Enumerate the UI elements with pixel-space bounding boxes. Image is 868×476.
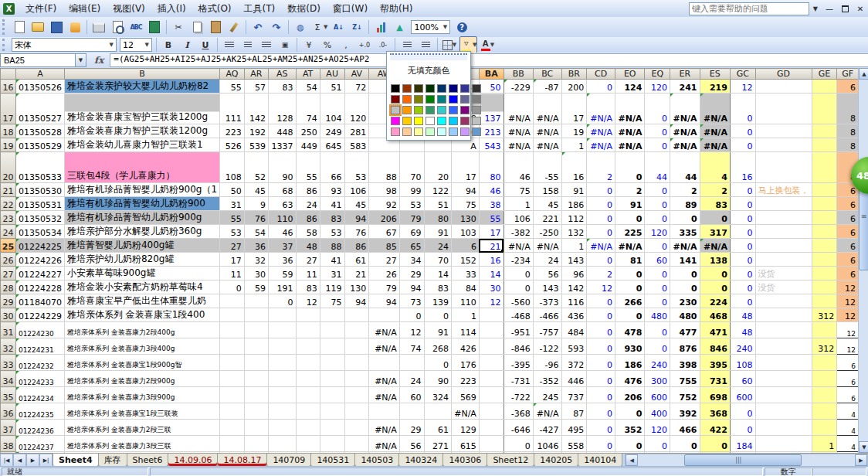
row-header-18[interactable]: 18 <box>1 124 16 138</box>
row-header-29[interactable]: 29 <box>1 294 16 308</box>
cell-AW25[interactable]: 85 <box>369 239 400 253</box>
menu-item-3[interactable]: 插入(I) <box>151 1 192 17</box>
cell-B25[interactable]: 雅培菁智婴儿奶粉400g罐 <box>64 239 219 253</box>
cell-BB17[interactable]: #N/A <box>504 94 533 124</box>
cell-ES35[interactable]: 698 <box>700 387 730 403</box>
sheet-tab-14.08.17[interactable]: 14.08.17 <box>217 454 267 467</box>
cell-AV22[interactable]: 45 <box>344 197 369 211</box>
cell-CD16[interactable]: 0 <box>587 80 615 94</box>
cell-AQ17[interactable]: 111 <box>220 94 245 124</box>
cell-AS34[interactable] <box>269 371 296 387</box>
cell-AU32[interactable] <box>320 338 344 355</box>
cell-GF28[interactable]: 12 <box>837 280 859 294</box>
cell-GD31[interactable] <box>755 322 812 338</box>
cell-EO20[interactable]: 0 <box>615 152 644 183</box>
cell-GC31[interactable]: 48 <box>730 322 755 338</box>
cell-AZ30[interactable]: 1 <box>452 308 480 322</box>
cell-AU31[interactable] <box>320 322 344 338</box>
help-dropdown-icon[interactable]: ▼ <box>809 5 822 12</box>
cell-A28[interactable]: 01224228 <box>15 280 64 294</box>
cell-AS22[interactable]: 63 <box>269 197 296 211</box>
cell-BB16[interactable]: -229 <box>504 80 533 94</box>
cell-EO28[interactable]: 0 <box>615 280 644 294</box>
cell-AS20[interactable]: 90 <box>269 152 296 183</box>
menu-item-7[interactable]: 窗口(W) <box>327 1 374 17</box>
column-header-ER[interactable]: ER <box>670 69 700 80</box>
cell-GE22[interactable] <box>812 197 837 211</box>
cell-B31[interactable]: 雅培亲体系列 金装喜康力2段400g <box>64 322 219 338</box>
cell-GD25[interactable] <box>755 239 812 253</box>
font-name-combobox[interactable]: 宋体 ▼ <box>12 38 117 52</box>
cell-ER31[interactable]: 477 <box>670 322 700 338</box>
cell-ES29[interactable]: 224 <box>700 294 730 308</box>
cell-ES36[interactable]: 368 <box>700 403 730 420</box>
cell-AZ36[interactable]: #N/A <box>452 403 480 420</box>
cell-BA23[interactable]: 55 <box>479 211 504 225</box>
cell-B20[interactable]: 三联包4段（学儿喜康力） <box>64 152 219 183</box>
cell-AT35[interactable] <box>296 387 320 403</box>
cell-CD34[interactable]: 0 <box>587 371 615 387</box>
cell-ER23[interactable]: 0 <box>670 211 700 225</box>
cell-BA16[interactable]: 50 <box>479 80 504 94</box>
cell-EO27[interactable]: 0 <box>615 267 644 280</box>
cell-AW20[interactable]: 88 <box>369 152 400 183</box>
dropdown-tearoff-handle[interactable] <box>390 53 467 60</box>
cell-BR19[interactable]: 1 <box>561 138 587 152</box>
horizontal-scrollbar[interactable]: ◀ ▶ <box>625 454 868 467</box>
cell-GE33[interactable] <box>812 355 837 371</box>
cell-A36[interactable]: 01224235 <box>15 403 64 420</box>
cell-AZ28[interactable]: 84 <box>452 280 480 294</box>
cell-BR21[interactable]: 91 <box>561 183 587 197</box>
cell-BR16[interactable]: 200 <box>561 80 587 94</box>
cell-BB33[interactable]: -395 <box>504 355 533 371</box>
research-button[interactable] <box>146 19 163 36</box>
column-header-A[interactable]: A <box>15 69 64 80</box>
cell-AU19[interactable]: 645 <box>320 138 344 152</box>
cell-BB32[interactable]: -846 <box>504 338 533 355</box>
row-header-30[interactable]: 30 <box>1 308 16 322</box>
cell-AZ31[interactable]: 114 <box>452 322 480 338</box>
cell-EQ25[interactable]: 0 <box>645 239 670 253</box>
cell-BR37[interactable]: 495 <box>561 420 587 436</box>
cell-AY23[interactable]: 80 <box>424 211 451 225</box>
cell-AU24[interactable]: 53 <box>320 225 344 239</box>
cell-EO24[interactable]: 225 <box>615 225 644 239</box>
row-header-27[interactable]: 27 <box>1 267 16 280</box>
cell-AX28[interactable]: 94 <box>399 280 424 294</box>
cell-AR16[interactable]: 57 <box>244 80 268 94</box>
zoom-combobox[interactable]: 100% ▼ <box>411 20 450 34</box>
cell-GC38[interactable]: 184 <box>730 436 755 452</box>
cell-AR28[interactable]: 59 <box>244 280 268 294</box>
cell-ES18[interactable]: #N/A <box>700 124 730 138</box>
cell-AT32[interactable] <box>296 338 320 355</box>
cell-AQ32[interactable] <box>220 338 245 355</box>
cell-AR30[interactable] <box>244 308 268 322</box>
cell-GF16[interactable]: 6 <box>837 80 859 94</box>
cell-AW34[interactable]: #N/A <box>369 371 400 387</box>
menu-item-2[interactable]: 视图(V) <box>107 1 151 17</box>
cell-ER37[interactable]: 466 <box>670 420 700 436</box>
percent-button[interactable]: % <box>319 36 336 53</box>
cell-A19[interactable]: 01350529 <box>15 138 64 152</box>
cell-BR20[interactable]: 16 <box>561 152 587 183</box>
cell-AV38[interactable] <box>344 436 369 452</box>
cell-BA20[interactable]: 80 <box>479 152 504 183</box>
cell-GD19[interactable] <box>755 138 812 152</box>
column-header-GD[interactable]: GD <box>755 69 812 80</box>
cell-AY24[interactable]: 91 <box>424 225 451 239</box>
cell-BA37[interactable] <box>479 420 504 436</box>
cell-BR28[interactable]: 142 <box>561 280 587 294</box>
cell-B27[interactable]: 小安素草莓味900g罐 <box>64 267 219 280</box>
cell-AQ24[interactable]: 53 <box>220 225 245 239</box>
insert-function-button[interactable]: fx <box>94 55 103 66</box>
cell-AR20[interactable]: 52 <box>244 152 268 183</box>
cell-GE35[interactable] <box>812 387 837 403</box>
cell-BR26[interactable]: 143 <box>561 253 587 267</box>
cell-BR38[interactable]: 558 <box>561 436 587 452</box>
cell-BB30[interactable]: -468 <box>504 308 533 322</box>
cell-AV16[interactable]: 72 <box>344 80 369 94</box>
sort-descending-button[interactable]: Z↓ <box>348 19 365 36</box>
cell-BR36[interactable]: 87 <box>561 403 587 420</box>
cell-BC22[interactable]: 45 <box>533 197 561 211</box>
cell-CD32[interactable]: 0 <box>587 338 615 355</box>
